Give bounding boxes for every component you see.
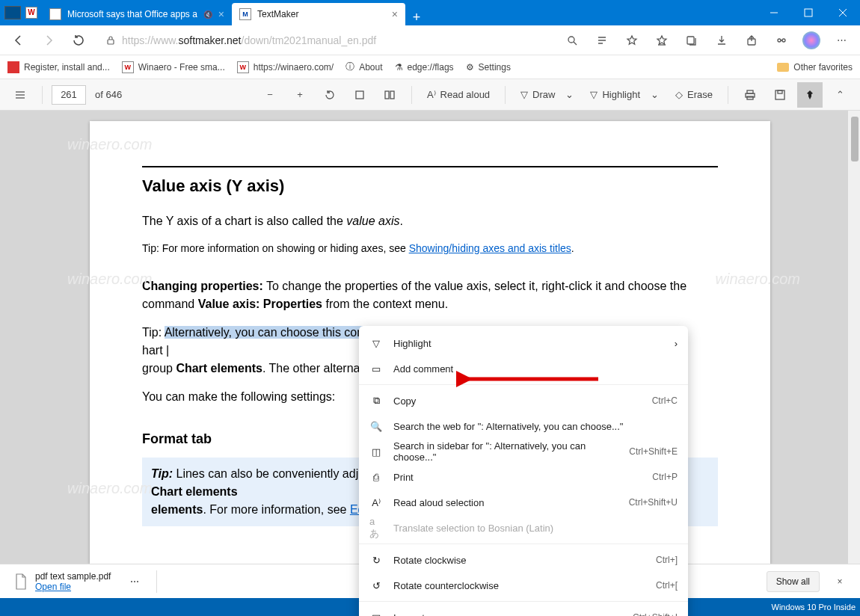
more-icon[interactable]: ⋯: [130, 576, 139, 587]
tab-inactive[interactable]: W Microsoft says that Office apps a 🔇 ×: [42, 3, 232, 25]
heading-value-axis: Value axis (Y axis): [142, 176, 718, 196]
selected-text: Alternatively, you can choose this comm: [165, 326, 377, 339]
rotate-ccw-icon: ↺: [369, 580, 383, 591]
tab-title: TextMaker: [257, 9, 298, 19]
svg-point-10: [778, 39, 781, 42]
chevron-down-icon[interactable]: ⌄: [651, 89, 659, 100]
fav-item[interactable]: ⚙Settings: [466, 62, 511, 73]
open-file-link[interactable]: Open file: [35, 582, 71, 592]
paragraph: Changing properties: To change the prope…: [142, 277, 718, 313]
flask-icon: ⚗: [395, 62, 403, 73]
menu-rotate-ccw[interactable]: ↺Rotate counterclockwiseCtrl+[: [359, 573, 688, 598]
fav-item[interactable]: Register, install and...: [7, 61, 110, 73]
new-tab-button[interactable]: +: [405, 10, 428, 25]
paragraph: The Y axis of a chart is also called the…: [142, 212, 718, 230]
menu-inspect[interactable]: ▣InspectCtrl+Shift+I: [359, 605, 688, 616]
rotate-cw-icon: ↻: [369, 555, 383, 566]
taskbar-text: Windows 10 Pro Inside: [772, 603, 856, 612]
forward-button: [36, 29, 61, 52]
refresh-button[interactable]: [66, 29, 91, 52]
tab-favicon: W: [49, 8, 61, 20]
back-button[interactable]: [6, 29, 31, 52]
link-showing-hiding[interactable]: Showing/hiding axes and axis titles: [409, 242, 571, 254]
translate-icon: aあ: [369, 516, 383, 540]
page-number-input[interactable]: 261: [52, 85, 86, 105]
mute-icon[interactable]: 🔇: [203, 10, 212, 19]
menu-search-web[interactable]: 🔍Search the web for ": Alternatively, yo…: [359, 413, 688, 439]
erase-icon: ◇: [675, 89, 683, 100]
page-view-button[interactable]: [377, 84, 402, 106]
svg-rect-8: [687, 37, 694, 44]
site-icon: W: [237, 61, 249, 73]
watermark: winaero.com: [67, 271, 152, 288]
virtual-desktop-icon[interactable]: [4, 6, 21, 19]
svg-rect-22: [775, 90, 784, 99]
window-minimize-button[interactable]: [757, 0, 791, 25]
url-field[interactable]: https://www.softmaker.net/down/tm2021man…: [96, 29, 555, 52]
read-aloud-icon: A⁾: [369, 497, 383, 508]
chevron-up-icon[interactable]: ⌃: [827, 84, 853, 106]
read-aloud-button[interactable]: A⁾Read aloud: [421, 84, 496, 106]
fav-item[interactable]: WWinaero - Free sma...: [122, 61, 225, 73]
zoom-icon[interactable]: [559, 29, 585, 52]
close-download-bar[interactable]: ×: [827, 570, 853, 593]
menu-read-aloud[interactable]: A⁾Read aloud selectionCtrl+Shift+U: [359, 490, 688, 515]
svg-rect-16: [356, 91, 363, 99]
fav-item[interactable]: ⓘAbout: [345, 61, 382, 73]
tab-strip: W Microsoft says that Office apps a 🔇 × …: [42, 0, 757, 25]
menu-print[interactable]: ⎙PrintCtrl+P: [359, 464, 688, 490]
svg-line-6: [574, 42, 577, 45]
annotation-arrow: [456, 368, 606, 390]
chevron-down-icon[interactable]: ⌄: [565, 89, 574, 100]
tab-active[interactable]: M TextMaker ×: [232, 3, 405, 25]
pinned-site-icon[interactable]: W: [25, 7, 37, 19]
gear-icon: ⚙: [466, 62, 474, 73]
menu-copy[interactable]: ⧉CopyCtrl+C: [359, 388, 688, 413]
share-icon[interactable]: [739, 29, 764, 52]
menu-search-sidebar[interactable]: ◫Search in sidebar for ": Alternatively,…: [359, 439, 688, 464]
pin-toolbar-button[interactable]: [797, 82, 823, 108]
download-filename: pdf text sample.pdf: [35, 571, 111, 582]
zoom-in-button[interactable]: +: [287, 84, 313, 106]
read-aloud-icon: A⁾: [427, 89, 436, 100]
highlight-button[interactable]: ▽Highlight⌄: [584, 84, 665, 106]
window-maximize-button[interactable]: [791, 0, 826, 25]
read-aloud-icon[interactable]: [589, 29, 615, 52]
rotate-button[interactable]: [317, 84, 343, 106]
collections-icon[interactable]: [679, 29, 704, 52]
tab-title: Microsoft says that Office apps a: [67, 9, 197, 19]
other-favorites[interactable]: Other favorites: [777, 62, 853, 73]
scrollbar-thumb[interactable]: [851, 117, 859, 161]
menu-rotate-cw[interactable]: ↻Rotate clockwiseCtrl+]: [359, 547, 688, 573]
erase-button[interactable]: ◇Erase: [669, 84, 719, 106]
zoom-out-button[interactable]: −: [257, 84, 283, 106]
fit-page-button[interactable]: [347, 84, 372, 106]
fav-item[interactable]: Whttps://winaero.com/: [237, 61, 334, 73]
profile-avatar[interactable]: [799, 29, 824, 52]
file-icon: [14, 573, 28, 590]
page-count: of 646: [95, 89, 122, 100]
sidebar-icon: ◫: [369, 446, 383, 458]
save-button[interactable]: [767, 84, 793, 106]
paragraph-tip: Tip: For more information on showing or …: [142, 241, 718, 256]
fav-item[interactable]: ⚗edge://flags: [395, 62, 454, 73]
lock-icon: [105, 35, 116, 46]
menu-highlight[interactable]: ▽Highlight›: [359, 330, 688, 356]
draw-button[interactable]: ▽Draw⌄: [515, 84, 580, 106]
menu-translate: aあTranslate selection to Bosnian (Latin): [359, 515, 688, 540]
add-favorite-icon[interactable]: [619, 29, 645, 52]
downloads-icon[interactable]: [709, 29, 734, 52]
favorites-icon[interactable]: [649, 29, 675, 52]
extensions-icon[interactable]: [769, 29, 794, 52]
show-all-button[interactable]: Show all: [767, 571, 820, 592]
address-bar: https://www.softmaker.net/down/tm2021man…: [0, 25, 860, 55]
print-button[interactable]: [737, 84, 763, 106]
vertical-scrollbar[interactable]: [848, 111, 860, 564]
tab-close-icon[interactable]: ×: [218, 8, 224, 20]
tab-close-icon[interactable]: ×: [392, 8, 398, 20]
download-chip[interactable]: pdf text sample.pdf Open file ⋯: [7, 567, 146, 596]
window-close-button[interactable]: [826, 0, 860, 25]
menu-button[interactable]: ⋯: [829, 29, 854, 52]
contents-button[interactable]: [7, 84, 33, 106]
pdf-toolbar: 261 of 646 − + A⁾Read aloud ▽Draw⌄ ▽High…: [0, 79, 860, 111]
